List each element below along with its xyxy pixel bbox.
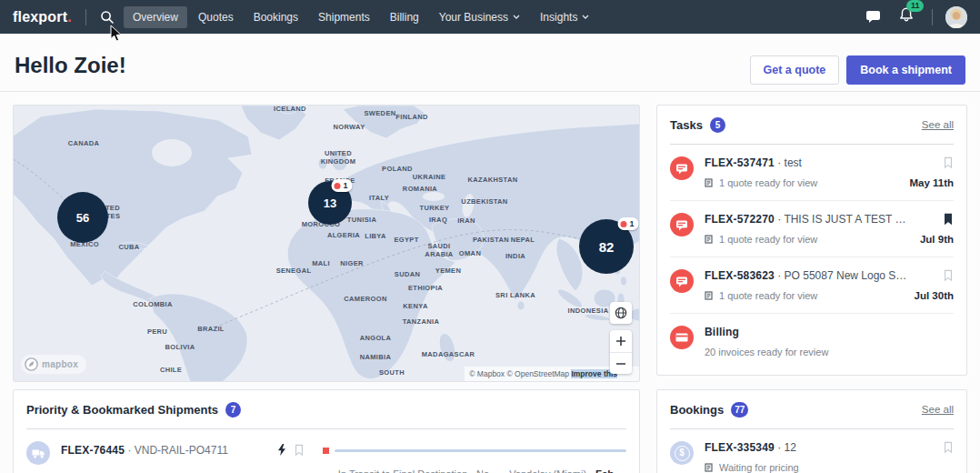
task-ref: FLEX-572270 xyxy=(705,213,775,226)
bookmark-icon[interactable] xyxy=(943,441,954,454)
nav-item-billing[interactable]: Billing xyxy=(381,6,428,28)
quote-icon xyxy=(705,235,714,244)
logo-dot: . xyxy=(67,9,72,25)
map-alert-badge[interactable]: 1 xyxy=(331,179,352,192)
chat-icon xyxy=(670,269,694,293)
tasks-panel: Tasks 5 See all FLEX-537471 · test1 quot… xyxy=(656,105,967,376)
nav-item-label: Insights xyxy=(540,11,577,24)
progress-track xyxy=(335,449,626,452)
progress-bar xyxy=(323,448,626,454)
tasks-count-badge: 5 xyxy=(710,117,725,133)
messages-icon[interactable] xyxy=(865,10,881,24)
quote-icon xyxy=(705,291,714,300)
alert-count: 1 xyxy=(629,219,634,228)
bookmark-icon[interactable] xyxy=(294,444,305,457)
chevron-down-icon xyxy=(582,15,589,19)
nav-item-your-business[interactable]: Your Business xyxy=(430,6,529,28)
quote-icon xyxy=(705,463,714,472)
task-main: FLEX-537471 · test1 quote ready for view xyxy=(705,156,902,188)
header-actions: Get a quote Book a shipment xyxy=(750,55,965,85)
booking-status: Waiting for pricing xyxy=(705,462,935,473)
task-row[interactable]: FLEX-583623 · PO 55087 New Logo Sneakers… xyxy=(670,257,954,313)
page-divider xyxy=(0,91,980,92)
shipment-progress: In Transit to Final Destination · No upd… xyxy=(323,441,626,473)
flexport-dashboard: flexport. OverviewQuotesBookingsShipment… xyxy=(0,0,980,473)
progress-marker xyxy=(323,448,329,454)
separator: · xyxy=(777,441,781,454)
mapbox-logo[interactable]: mapbox xyxy=(21,355,86,374)
priority-header: Priority & Bookmarked Shipments 7 xyxy=(26,390,626,429)
separator: · xyxy=(127,444,131,457)
nav-item-shipments[interactable]: Shipments xyxy=(309,6,379,28)
booking-row[interactable]: $ FLEX-335349 · 12 Waiting for pricing xyxy=(670,429,954,473)
task-main: FLEX-583623 · PO 55087 New Logo Sneakers… xyxy=(705,269,907,301)
nav-item-label: Quotes xyxy=(198,11,234,24)
nav-item-overview[interactable]: Overview xyxy=(124,6,187,28)
bookmark-icon[interactable] xyxy=(943,269,954,286)
nav-right: 11 xyxy=(865,6,967,28)
task-row[interactable]: Billing20 invoices ready for review xyxy=(670,313,954,369)
shipment-destination: Vandelay (Miami) · Feb 14th xyxy=(509,468,626,473)
tasks-see-all-link[interactable]: See all xyxy=(922,119,954,130)
nav-item-insights[interactable]: Insights xyxy=(531,6,598,28)
task-ref: Billing xyxy=(705,326,739,338)
nav-item-label: Billing xyxy=(390,11,419,24)
chat-icon xyxy=(670,156,694,180)
zoom-in-button[interactable] xyxy=(610,330,632,352)
shipment-map[interactable]: ICELANDSWEDENFINLANDNORWAYCANADAUNITED K… xyxy=(13,105,640,382)
priority-bolt-icon[interactable] xyxy=(277,444,286,456)
globe-button[interactable] xyxy=(610,302,632,324)
booking-title: FLEX-335349 · 12 xyxy=(705,441,935,454)
shipment-title: FLEX-76445 · VND-RAIL-PO4711 xyxy=(61,441,277,473)
chevron-down-icon xyxy=(513,15,520,19)
nav-item-quotes[interactable]: Quotes xyxy=(189,6,243,28)
booking-main: FLEX-335349 · 12 Waiting for pricing xyxy=(705,441,935,473)
task-title: Billing xyxy=(705,326,954,338)
minus-icon xyxy=(615,358,626,369)
booking-right xyxy=(943,441,954,473)
shipment-meta: In Transit to Final Destination · No upd… xyxy=(323,468,626,473)
bookings-see-all-link[interactable]: See all xyxy=(922,404,954,415)
status-text: In Transit to Final Destination · No upd… xyxy=(338,468,510,473)
bookmark-icon[interactable] xyxy=(943,156,954,173)
shipment-desc: VND-RAIL-PO4711 xyxy=(135,444,228,457)
task-ref: FLEX-583623 xyxy=(705,269,775,282)
task-sub-text: 20 invoices ready for review xyxy=(705,347,828,357)
globe-icon xyxy=(615,307,627,319)
logo-text: flexport xyxy=(13,9,67,25)
top-nav: flexport. OverviewQuotesBookingsShipment… xyxy=(0,0,980,34)
task-sub: 1 quote ready for view xyxy=(705,177,902,188)
booking-status-text: Waiting for pricing xyxy=(719,462,799,473)
get-quote-button[interactable]: Get a quote xyxy=(750,55,840,85)
task-row[interactable]: FLEX-572270 · THIS IS JUST A TEST — NOT … xyxy=(670,200,954,257)
search-icon[interactable] xyxy=(100,10,115,25)
notifications-bell[interactable]: 11 xyxy=(899,7,914,26)
map-alert-badge[interactable]: 1 xyxy=(617,217,638,230)
map-controls xyxy=(610,302,632,374)
tasks-header: Tasks 5 See all xyxy=(670,106,954,145)
world-map xyxy=(14,106,640,382)
page-title: Hello Zoie! xyxy=(15,53,126,78)
bookmark-icon[interactable] xyxy=(943,213,954,229)
zoom-out-button[interactable] xyxy=(610,352,632,374)
task-main: Billing20 invoices ready for review xyxy=(705,326,954,357)
task-title: FLEX-583623 · PO 55087 New Logo Sneakers xyxy=(705,269,907,282)
bookings-header: Bookings 77 See all xyxy=(670,390,954,429)
nav-divider xyxy=(932,9,933,25)
task-main: FLEX-572270 · THIS IS JUST A TEST — NOT … xyxy=(705,213,913,245)
task-sub: 20 invoices ready for review xyxy=(705,347,954,357)
user-avatar[interactable] xyxy=(945,6,967,28)
task-desc: PO 55087 New Logo Sneakers xyxy=(785,269,907,282)
task-row[interactable]: FLEX-537471 · test1 quote ready for view… xyxy=(670,145,954,200)
separator: · xyxy=(775,269,785,282)
nav-item-bookings[interactable]: Bookings xyxy=(245,6,307,28)
task-sub: 1 quote ready for view xyxy=(705,290,907,301)
shipment-row[interactable]: FLEX-76445 · VND-RAIL-PO4711 xyxy=(26,429,626,473)
shipment-flags xyxy=(277,441,314,473)
bookings-title: Bookings xyxy=(670,403,724,417)
primary-nav: OverviewQuotesBookingsShipmentsBillingYo… xyxy=(124,6,598,28)
flexport-logo[interactable]: flexport. xyxy=(13,9,72,25)
map-cluster-56[interactable]: 56 xyxy=(57,192,108,243)
book-shipment-button[interactable]: Book a shipment xyxy=(846,55,965,85)
task-sub-text: 1 quote ready for view xyxy=(719,234,817,245)
